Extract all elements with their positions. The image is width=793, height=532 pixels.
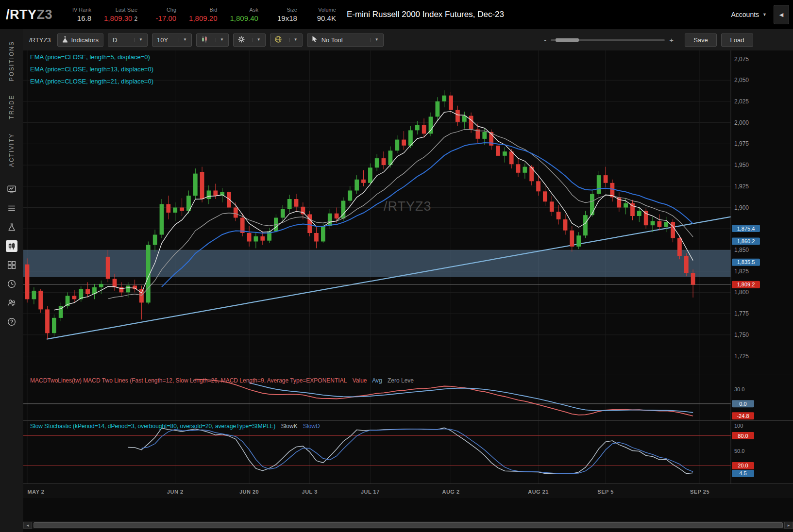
chevron-down-icon: ▼ (179, 38, 187, 42)
stoch-legend-k: SlowK (281, 423, 298, 430)
stat-label: IV Rank (72, 7, 91, 13)
grid-icon[interactable] (6, 259, 17, 271)
svg-text:1,975: 1,975 (734, 140, 749, 147)
globe-icon (275, 36, 282, 44)
svg-text:4.5: 4.5 (739, 470, 746, 476)
accounts-label: Accounts (731, 11, 759, 18)
svg-text:30.0: 30.0 (734, 386, 744, 392)
horizontal-scrollbar[interactable]: ◂ ▸ (23, 521, 793, 529)
stat-change: Chg -17.00 (150, 7, 176, 22)
scroll-left-button[interactable]: ◂ (23, 522, 32, 529)
chart-settings-button[interactable]: ▼ (233, 33, 266, 47)
sidebar-tab-trade[interactable]: TRADE (8, 95, 15, 121)
zoom-slider-handle[interactable] (556, 38, 579, 42)
zoom-slider[interactable] (551, 39, 665, 41)
zoom-out-button[interactable]: - (544, 36, 546, 44)
stat-label: Volume (318, 7, 336, 13)
ema-13-legend: EMA (price=CLOSE, length=13, displace=0) (30, 66, 153, 73)
sidebar-tab-positions[interactable]: POSITIONS (8, 41, 15, 83)
save-button[interactable]: Save (685, 33, 717, 47)
monitor-chart-icon[interactable] (6, 183, 17, 195)
help-icon[interactable] (6, 316, 17, 328)
ema-21-legend: EMA (price=CLOSE, length=21, displace=0) (30, 78, 153, 85)
left-sidebar: POSITIONS TRADE ACTIVITY (0, 29, 23, 532)
stoch-legend: Slow Stochastic (kPeriod=14, dPeriod=3, … (30, 423, 324, 430)
stat-volume: Volume 90.4K (310, 7, 336, 22)
clock-icon[interactable] (6, 278, 17, 290)
people-icon[interactable] (6, 297, 17, 309)
zoom-in-button[interactable]: + (669, 36, 674, 44)
svg-text:1,825: 1,825 (734, 268, 749, 275)
stat-label: Ask (250, 7, 258, 13)
header-right: Accounts ▼ ◀ (731, 5, 789, 24)
svg-text:1,835.5: 1,835.5 (737, 259, 755, 265)
globe-style-dropdown[interactable]: ▼ (270, 33, 303, 47)
macd-legend-avg: Avg (372, 377, 382, 384)
svg-text:AUG 21: AUG 21 (528, 489, 549, 495)
stoch-legend-main: Slow Stochastic (kPeriod=14, dPeriod=3, … (30, 423, 275, 430)
svg-text:1,900: 1,900 (734, 204, 749, 211)
stat-value: 19x18 (277, 14, 297, 22)
sidebar-icons (6, 183, 17, 328)
svg-text:1,750: 1,750 (734, 332, 749, 338)
chevron-down-icon: ▼ (216, 38, 224, 42)
accounts-dropdown[interactable]: Accounts ▼ (731, 11, 767, 18)
list-icon[interactable] (6, 202, 17, 214)
timeframe-dropdown[interactable]: D ▼ (108, 33, 148, 47)
scrollbar-thumb[interactable] (34, 522, 783, 528)
stat-value: 1,809.20 (189, 14, 217, 22)
header: /RTYZ3 IV Rank 16.8 Last Size 1,809.302 … (0, 0, 793, 29)
trading-platform: /RTYZ3 IV Rank 16.8 Last Size 1,809.302 … (0, 0, 793, 532)
sidebar-tab-activity[interactable]: ACTIVITY (8, 133, 15, 169)
chart-type-dropdown[interactable]: ▼ (196, 33, 229, 47)
scroll-right-button[interactable]: ▸ (784, 522, 793, 529)
contract-description: E-mini Russell 2000 Index Futures, Dec-2… (347, 10, 504, 19)
stoch-legend-d: SlowD (303, 423, 320, 430)
cursor-icon (312, 35, 318, 44)
drawing-tool-dropdown[interactable]: No Tool ▼ (307, 33, 384, 47)
svg-text:80.0: 80.0 (738, 433, 748, 439)
symbol-suffix: Z3 (37, 7, 53, 22)
stat-ask: Ask 1,809.40 (230, 7, 258, 22)
flask-icon[interactable] (6, 221, 17, 233)
svg-text:JUL 3: JUL 3 (302, 489, 318, 495)
svg-text:/RTYZ3: /RTYZ3 (384, 199, 432, 214)
zoom-control: - + (544, 36, 674, 44)
indicators-button[interactable]: Indicators (57, 33, 103, 47)
svg-text:JUL 17: JUL 17 (361, 489, 380, 495)
svg-text:AUG 2: AUG 2 (442, 489, 459, 495)
svg-text:2,025: 2,025 (734, 98, 749, 105)
svg-text:1,725: 1,725 (734, 353, 749, 360)
time-axis: MAY 2JUN 2JUN 20JUL 3JUL 17AUG 2AUG 21SE… (23, 483, 793, 498)
stat-value: 1,809.40 (230, 14, 258, 22)
range-dropdown[interactable]: 10Y ▼ (152, 33, 192, 47)
chart-candles-icon[interactable] (6, 240, 17, 252)
load-button[interactable]: Load (721, 33, 753, 47)
quote-stats: IV Rank 16.8 Last Size 1,809.302 Chg -17… (65, 7, 336, 22)
stat-iv-rank: IV Rank 16.8 (65, 7, 91, 22)
chevron-down-icon: ▼ (289, 38, 298, 42)
stat-label: Bid (210, 7, 218, 13)
flask-icon (62, 36, 68, 44)
stat-bid: Bid 1,809.20 (189, 7, 217, 22)
price-chart-canvas[interactable]: /RTYZ32,0752,0502,0252,0001,9751,9501,92… (23, 50, 793, 375)
stat-label: Size (287, 7, 297, 13)
chevron-down-icon: ▼ (371, 38, 379, 42)
svg-text:1,809.2: 1,809.2 (737, 282, 755, 287)
svg-text:1,925: 1,925 (734, 183, 749, 190)
svg-text:1,800: 1,800 (734, 289, 749, 296)
collapse-panel-button[interactable]: ◀ (774, 5, 789, 24)
svg-text:JUN 20: JUN 20 (239, 489, 259, 495)
stat-value: -17.00 (156, 14, 177, 22)
stat-value: 90.4K (317, 14, 336, 22)
stat-label: Last Size (116, 7, 137, 13)
stoch-panel-canvas[interactable]: 10050.080.020.04.5 (23, 420, 793, 483)
ema-legend: EMA (price=CLOSE, length=5, displace=0) … (30, 53, 153, 90)
svg-text:MAY 2: MAY 2 (28, 489, 45, 495)
chevron-down-icon: ▼ (253, 38, 261, 42)
svg-text:JUN 2: JUN 2 (167, 489, 184, 495)
stat-value: 16.8 (77, 14, 91, 22)
macd-legend: MACDTwoLines(tw) MACD Two Lines (Fast Le… (30, 377, 418, 384)
stat-last-size: Last Size 1,809.302 (104, 7, 137, 22)
chart-workspace: /RTYZ3 Indicators D ▼ 10Y ▼ ▼ ▼ (23, 29, 793, 532)
